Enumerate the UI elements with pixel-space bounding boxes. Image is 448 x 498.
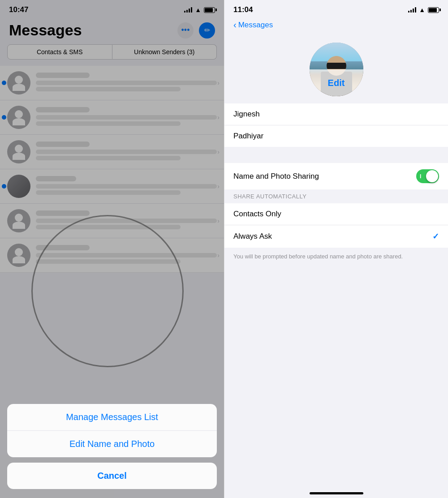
- name-photo-section: Name and Photo Sharing I: [224, 163, 448, 189]
- left-phone-screen: 10:47 ▲ Messages ••• ✏ Contac: [0, 0, 224, 498]
- name-photo-label: Name and Photo Sharing: [233, 172, 319, 181]
- right-status-bar: 11:04 ▲: [224, 0, 448, 18]
- home-indicator: [310, 492, 363, 494]
- right-phone-screen: 11:04 ▲ ‹ Messages: [224, 0, 448, 498]
- action-sheet-overlay: Manage Messages List Edit Name and Photo…: [0, 0, 224, 498]
- profile-section: Edit: [224, 34, 448, 103]
- back-chevron-icon: ‹: [233, 20, 237, 30]
- right-header: ‹ Messages: [224, 18, 448, 34]
- edit-label: Edit: [328, 78, 345, 88]
- share-note: You will be prompted before updated name…: [224, 248, 448, 266]
- toggle-knob: [426, 170, 438, 182]
- wifi-icon: ▲: [419, 6, 425, 13]
- cancel-button[interactable]: Cancel: [7, 463, 217, 489]
- first-name-field[interactable]: Jignesh: [224, 103, 448, 125]
- separator-1: [224, 147, 448, 163]
- signal-bar-1: [408, 11, 409, 13]
- toggle-on-label: I: [420, 173, 421, 180]
- name-photo-toggle[interactable]: I: [416, 169, 439, 183]
- back-label: Messages: [238, 21, 273, 30]
- profile-photo-container[interactable]: Edit: [310, 43, 363, 96]
- name-photo-row: Name and Photo Sharing I: [224, 163, 448, 189]
- last-name-field[interactable]: Padhiyar: [224, 125, 448, 147]
- contacts-only-label: Contacts Only: [233, 210, 281, 219]
- manage-messages-list-button[interactable]: Manage Messages List: [7, 404, 217, 431]
- share-auto-section: Contacts Only Always Ask ✓: [224, 203, 448, 248]
- signal-bar-4: [415, 7, 416, 13]
- form-section: Jignesh Padhiyar: [224, 103, 448, 147]
- right-status-icons: ▲: [408, 6, 439, 13]
- battery-icon: [428, 7, 439, 13]
- always-ask-row[interactable]: Always Ask ✓: [224, 225, 448, 248]
- checkmark-icon: ✓: [432, 232, 439, 241]
- share-auto-header: SHARE AUTOMATICALLY: [224, 189, 448, 203]
- contacts-only-row[interactable]: Contacts Only: [224, 203, 448, 225]
- signal-bars-icon: [408, 7, 416, 13]
- action-group: Manage Messages List Edit Name and Photo: [7, 404, 217, 457]
- right-time: 11:04: [233, 5, 253, 14]
- sunglasses-layer: [327, 63, 346, 69]
- signal-bar-3: [413, 9, 414, 13]
- action-sheet: Manage Messages List Edit Name and Photo…: [0, 404, 224, 498]
- battery-fill: [429, 8, 437, 12]
- signal-bar-2: [410, 10, 412, 13]
- back-button[interactable]: ‹ Messages: [233, 20, 273, 30]
- edit-name-photo-button[interactable]: Edit Name and Photo: [7, 431, 217, 457]
- always-ask-label: Always Ask: [233, 232, 272, 241]
